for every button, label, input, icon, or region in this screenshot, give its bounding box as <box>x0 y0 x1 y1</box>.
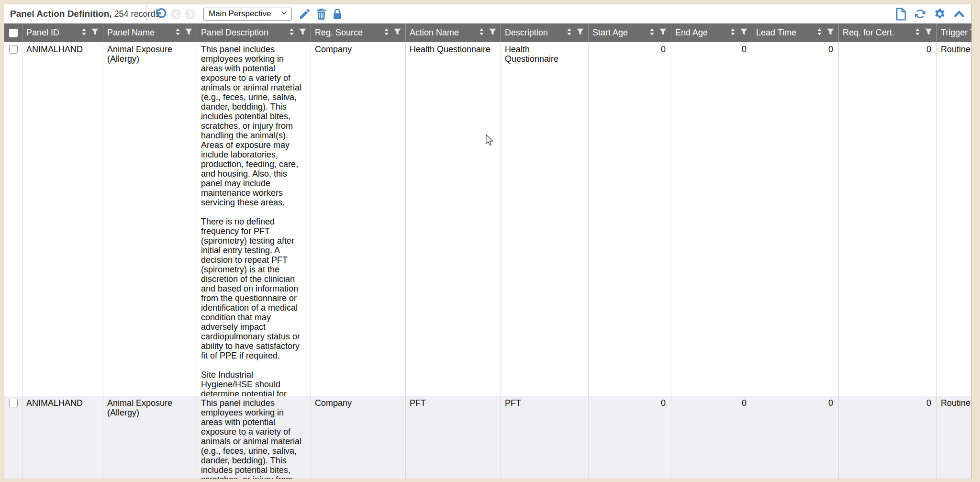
toolbar-divider <box>146 4 146 23</box>
cell-trigger_type: Routine <box>937 42 972 396</box>
cell-description: Health Questionnaire <box>501 42 589 396</box>
data-grid: Panel IDPanel NamePanel DescriptionReg. … <box>4 23 972 479</box>
column-header-label: Panel Description <box>201 28 288 38</box>
sort-icon[interactable] <box>478 28 485 38</box>
sort-icon[interactable] <box>174 28 181 38</box>
record-count: 254 records <box>114 9 160 19</box>
column-header-req_for_cert[interactable]: Req. for Cert. <box>839 23 937 42</box>
cell-panel_name: Animal Exposure (Allergy) <box>103 396 197 479</box>
filter-icon[interactable] <box>576 28 584 38</box>
select-all-header-cell[interactable] <box>4 23 22 42</box>
cell-panel_description: This panel includes employees working in… <box>197 396 311 479</box>
next-button[interactable] <box>185 9 196 20</box>
new-record-button[interactable] <box>895 8 907 21</box>
table-row[interactable]: ANIMALHANDAnimal Exposure (Allergy)This … <box>4 396 972 479</box>
new-document-icon <box>895 8 907 21</box>
delete-button[interactable] <box>316 8 327 20</box>
column-header-panel_name[interactable]: Panel Name <box>103 23 197 42</box>
collapse-button[interactable] <box>953 8 966 20</box>
toolbar: Panel Action Definition,254 records Main… <box>4 4 971 23</box>
perspective-select[interactable]: Main Perspective <box>203 8 292 21</box>
cell-reg_source: Company <box>311 396 406 479</box>
sort-icon[interactable] <box>80 28 88 38</box>
grid-header-row: Panel IDPanel NamePanel DescriptionReg. … <box>4 23 972 42</box>
column-header-trigger_type[interactable]: Trigger Type <box>937 23 972 42</box>
cell-description: PFT <box>501 396 589 479</box>
column-header-label: Action Name <box>410 28 478 38</box>
cell-action_name: PFT <box>406 396 501 479</box>
cell-panel_id: ANIMALHAND <box>22 42 103 396</box>
chevron-right-icon <box>185 9 196 20</box>
column-header-panel_description[interactable]: Panel Description <box>197 23 311 42</box>
sort-icon[interactable] <box>914 28 921 38</box>
column-header-label: End Age <box>675 28 729 38</box>
column-header-label: Panel Name <box>107 28 174 38</box>
lock-button[interactable] <box>332 8 343 20</box>
cell-start_age: 0 <box>589 396 671 479</box>
column-header-description[interactable]: Description <box>501 23 589 42</box>
cell-panel_description: This panel includes employees working in… <box>197 42 311 396</box>
app-window: Panel Action Definition,254 records Main… <box>4 4 972 479</box>
column-header-label: Panel ID <box>26 28 80 38</box>
column-header-label: Description <box>505 28 566 38</box>
refresh-icon <box>913 8 927 20</box>
cell-lead_time: 0 <box>752 396 839 479</box>
column-header-label: Start Age <box>592 28 648 38</box>
column-header-reg_source[interactable]: Reg. Source <box>311 23 406 42</box>
sort-icon[interactable] <box>288 28 295 38</box>
column-header-action_name[interactable]: Action Name <box>406 23 501 42</box>
table-row[interactable]: ANIMALHANDAnimal Exposure (Allergy)This … <box>4 42 972 396</box>
refresh-button[interactable] <box>913 8 927 20</box>
filter-icon[interactable] <box>740 28 748 38</box>
cell-trigger_type: Routine <box>937 396 972 479</box>
column-header-label: Lead Time <box>756 28 816 38</box>
edit-button[interactable] <box>299 8 311 20</box>
cell-lead_time: 0 <box>752 42 839 396</box>
undo-icon <box>154 8 167 21</box>
row-select-cell <box>4 396 22 479</box>
column-header-label: Trigger Type <box>941 28 972 38</box>
cell-req_for_cert: 0 <box>839 396 937 479</box>
sort-icon[interactable] <box>816 28 823 38</box>
sort-icon[interactable] <box>648 28 656 38</box>
chevron-up-icon <box>953 8 966 20</box>
column-header-start_age[interactable]: Start Age <box>589 23 671 42</box>
column-header-lead_time[interactable]: Lead Time <box>752 23 839 42</box>
filter-icon[interactable] <box>393 28 401 38</box>
cell-req_for_cert: 0 <box>839 42 937 396</box>
sort-icon[interactable] <box>566 28 573 38</box>
grid-body: ANIMALHANDAnimal Exposure (Allergy)This … <box>4 42 972 479</box>
filter-icon[interactable] <box>659 28 667 38</box>
filter-icon[interactable] <box>91 28 99 38</box>
row-select-cell <box>4 42 22 396</box>
pencil-icon <box>299 8 311 20</box>
column-header-panel_id[interactable]: Panel ID <box>22 23 103 42</box>
page-title-text: Panel Action Definition, <box>10 9 112 19</box>
undo-button[interactable] <box>154 8 167 21</box>
cell-end_age: 0 <box>671 42 752 396</box>
page-title: Panel Action Definition,254 records <box>4 9 146 19</box>
select-all-checkbox[interactable] <box>9 29 18 37</box>
column-header-end_age[interactable]: End Age <box>671 23 752 42</box>
column-header-label: Req. for Cert. <box>843 28 914 38</box>
settings-button[interactable] <box>934 8 946 20</box>
column-header-label: Reg. Source <box>315 28 383 38</box>
cell-action_name: Health Questionnaire <box>406 42 501 396</box>
filter-icon[interactable] <box>826 28 835 38</box>
perspective-select-value: Main Perspective <box>209 9 271 19</box>
row-checkbox[interactable] <box>9 399 18 407</box>
chevron-down-icon <box>281 9 288 19</box>
sort-icon[interactable] <box>729 28 736 38</box>
sort-icon[interactable] <box>383 28 390 38</box>
cell-panel_name: Animal Exposure (Allergy) <box>103 42 197 396</box>
gear-icon <box>934 8 946 20</box>
filter-icon[interactable] <box>924 28 933 38</box>
trash-icon <box>316 8 327 20</box>
filter-icon[interactable] <box>299 28 307 38</box>
cell-panel_id: ANIMALHAND <box>22 396 103 479</box>
row-checkbox[interactable] <box>9 45 18 54</box>
filter-icon[interactable] <box>185 28 193 38</box>
cell-reg_source: Company <box>311 42 406 396</box>
filter-icon[interactable] <box>489 28 497 38</box>
previous-button[interactable] <box>170 9 181 20</box>
